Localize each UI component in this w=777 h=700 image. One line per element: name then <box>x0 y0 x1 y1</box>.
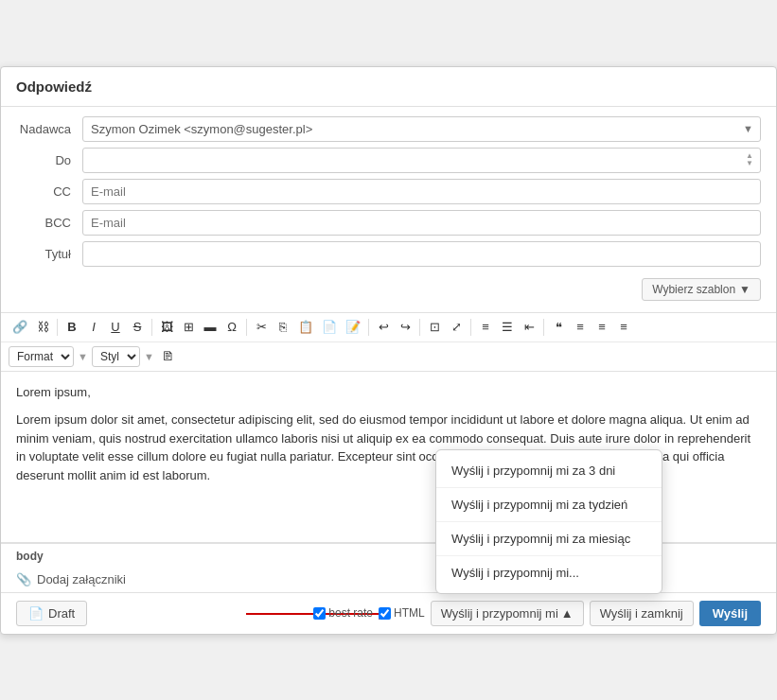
toolbar-align-left-icon[interactable]: ≡ <box>570 317 591 338</box>
bcc-row: BCC <box>16 210 761 236</box>
toolbar-paste-word-icon[interactable]: 📝 <box>342 317 364 338</box>
sender-select-wrapper[interactable]: Szymon Ozimek <szymon@sugester.pl> ▼ <box>82 116 761 142</box>
toolbar-row1: 🔗 ⛓ B I U S 🖼 ⊞ ▬ Ω ✂ ⎘ 📋 📄 📝 ↩ ↪ ⊡ ⤢ ≡ <box>1 313 776 342</box>
template-dropdown-icon: ▼ <box>739 283 751 296</box>
toolbar-sep2 <box>151 319 152 336</box>
html-label: HTML <box>394 606 425 620</box>
subject-label: Tytuł <box>16 247 82 261</box>
best-rate-checkbox-label[interactable]: best rate <box>313 606 373 620</box>
dropdown-item-week[interactable]: Wyślij i przypomnij mi za tydzień <box>436 488 662 522</box>
bottom-left: 📄 Draft <box>16 601 87 626</box>
bcc-input[interactable] <box>82 210 761 236</box>
html-checkbox[interactable] <box>379 607 391 620</box>
template-button-label: Wybierz szablon <box>652 283 735 296</box>
toolbar-copy-icon[interactable]: ⎘ <box>273 317 293 338</box>
toolbar-align-right-icon[interactable]: ≡ <box>613 317 634 338</box>
format-select[interactable]: Format <box>9 346 74 367</box>
dropdown-item-month[interactable]: Wyślij i przypomnij mi za miesiąc <box>436 522 662 556</box>
subject-input[interactable]: Lorem ipsum <box>82 241 761 267</box>
template-row: Wybierz szablon ▼ <box>16 272 761 303</box>
toolbar-paste-icon[interactable]: 📋 <box>294 317 317 338</box>
toolbar-sep1 <box>57 319 58 336</box>
toolbar-blockquote-icon[interactable]: ⊡ <box>424 317 445 338</box>
send-button[interactable]: Wyślij <box>699 601 761 626</box>
bottom-bar: 📄 Draft best rate HTML Wyślij i przypomn… <box>1 592 776 634</box>
toolbar-fullscreen-icon[interactable]: ⤢ <box>446 317 467 338</box>
toolbar-undo-icon[interactable]: ↩ <box>373 317 394 338</box>
toolbar-underline-btn[interactable]: U <box>105 317 126 338</box>
to-label: Do <box>16 153 82 167</box>
to-input-wrapper: "Szymon | Sugester.pl" <szymon@sugester.… <box>82 148 761 173</box>
attach-icon: 📎 <box>16 572 31 586</box>
sender-select[interactable]: Szymon Ozimek <szymon@sugester.pl> <box>82 116 761 142</box>
subject-row: Tytuł Lorem ipsum <box>16 241 761 267</box>
toolbar-outdent-icon[interactable]: ⇤ <box>519 317 539 338</box>
style-select[interactable]: Styl <box>92 346 140 367</box>
style-dropdown-icon: ▼ <box>144 351 154 362</box>
editor-section: 🔗 ⛓ B I U S 🖼 ⊞ ▬ Ω ✂ ⎘ 📋 📄 📝 ↩ ↪ ⊡ ⤢ ≡ <box>1 313 776 372</box>
toolbar-link-icon[interactable]: 🔗 <box>9 317 31 338</box>
send-remind-dropdown-icon: ▲ <box>561 606 574 621</box>
toolbar-table-icon[interactable]: ⊞ <box>178 317 199 338</box>
send-close-button[interactable]: Wyślij i zamknij <box>590 601 694 626</box>
dropdown-item-custom[interactable]: Wyślij i przypomnij mi... <box>436 556 662 589</box>
toolbar-sep5 <box>419 319 420 336</box>
to-row: Do "Szymon | Sugester.pl" <szymon@sugest… <box>16 148 761 173</box>
toolbar-align-center-icon[interactable]: ≡ <box>592 317 612 338</box>
send-remind-button[interactable]: Wyślij i przypomnij mi ▲ <box>431 601 584 626</box>
toolbar-strikethrough-btn[interactable]: S <box>127 317 148 338</box>
bottom-right: best rate HTML Wyślij i przypomnij mi ▲ … <box>313 601 761 626</box>
toolbar-special-char-icon[interactable]: Ω <box>221 317 242 338</box>
bcc-label: BCC <box>16 216 82 230</box>
window-title: Odpowiedź <box>1 67 776 107</box>
format-dropdown-icon: ▼ <box>78 351 88 362</box>
send-label: Wyślij <box>713 606 748 621</box>
toolbar-redo-icon[interactable]: ↪ <box>395 317 415 338</box>
toolbar-row2: Format ▼ Styl ▼ 🖹 <box>1 342 776 371</box>
send-close-label: Wyślij i zamknij <box>600 606 683 621</box>
to-input[interactable]: "Szymon | Sugester.pl" <szymon@sugester.… <box>82 148 761 173</box>
toolbar-image-icon[interactable]: 🖼 <box>156 317 177 338</box>
best-rate-checkbox[interactable] <box>313 607 326 620</box>
toolbar-unordered-list-icon[interactable]: ☰ <box>497 317 518 338</box>
dropdown-item-3days[interactable]: Wyślij i przypomnij mi za 3 dni <box>436 454 662 488</box>
sender-label: Nadawca <box>16 122 82 136</box>
sender-row: Nadawca Szymon Ozimek <szymon@sugester.p… <box>16 116 761 142</box>
cc-row: CC <box>16 179 761 204</box>
toolbar-bold-btn[interactable]: B <box>62 317 82 338</box>
toolbar-paste-text-icon[interactable]: 📄 <box>318 317 341 338</box>
form-section: Nadawca Szymon Ozimek <szymon@sugester.p… <box>1 107 776 313</box>
cc-input[interactable] <box>82 179 761 204</box>
draft-icon: 📄 <box>28 606 44 621</box>
toolbar-quote-icon[interactable]: ❝ <box>548 317 569 338</box>
toolbar-ordered-list-icon[interactable]: ≡ <box>475 317 496 338</box>
html-checkbox-label[interactable]: HTML <box>379 606 425 620</box>
toolbar-sep3 <box>246 319 247 336</box>
send-remind-label: Wyślij i przypomnij mi <box>441 606 558 621</box>
draft-button[interactable]: 📄 Draft <box>16 601 87 626</box>
toolbar-cut-icon[interactable]: ✂ <box>251 317 272 338</box>
cc-label: CC <box>16 184 82 199</box>
draft-label: Draft <box>48 606 75 621</box>
reply-window: Odpowiedź Nadawca Szymon Ozimek <szymon@… <box>0 66 777 635</box>
toolbar-source-icon[interactable]: 🖹 <box>158 346 179 367</box>
toolbar-italic-btn[interactable]: I <box>83 317 104 338</box>
editor-greeting: Lorem ipsum, <box>16 383 761 402</box>
toolbar-sep4 <box>368 319 369 336</box>
toolbar-sep6 <box>470 319 471 336</box>
best-rate-label: best rate <box>328 606 373 620</box>
toolbar-sep7 <box>543 319 544 336</box>
attach-text[interactable]: Dodaj załączniki <box>37 572 126 586</box>
toolbar-hr-icon[interactable]: ▬ <box>200 317 221 338</box>
toolbar-unlink-icon[interactable]: ⛓ <box>32 317 53 338</box>
template-button[interactable]: Wybierz szablon ▼ <box>642 278 761 301</box>
send-remind-dropdown: Wyślij i przypomnij mi za 3 dni Wyślij i… <box>435 449 662 594</box>
body-label: body <box>16 550 44 563</box>
